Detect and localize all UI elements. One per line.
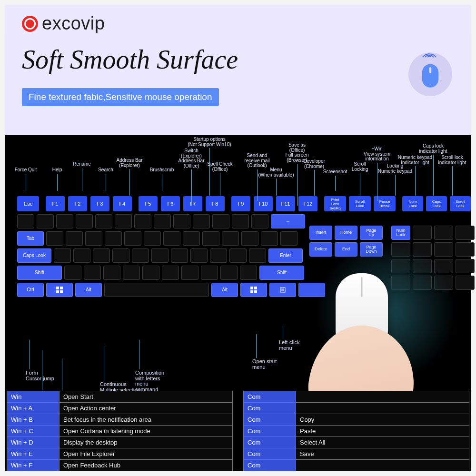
- shortcut-key: Win: [7, 391, 60, 403]
- shortcut-desc: Set focus in the notification area: [60, 414, 233, 426]
- mouse-badge: [408, 52, 452, 96]
- key-num-lock: Num Lock: [402, 196, 423, 211]
- key-insert: Insert: [309, 226, 332, 240]
- svg-rect-5: [60, 290, 63, 293]
- key-numpad: [456, 242, 475, 257]
- key-blank: [241, 231, 258, 246]
- shortcut-desc: Display the desktop: [60, 437, 233, 448]
- key-f4: F4: [113, 196, 132, 211]
- key-blank: [261, 231, 278, 246]
- key-f3: F3: [90, 196, 109, 211]
- shortcut-key: Win + C: [7, 426, 60, 437]
- shortcut-desc: Open Cortana in listening mode: [60, 426, 233, 437]
- key-backspace: ←: [271, 214, 305, 228]
- key-menu: [269, 283, 296, 297]
- key-alt-left: Alt: [75, 283, 102, 297]
- key-blank: [212, 214, 229, 228]
- key-print: Print Scrn SysRq: [324, 196, 346, 211]
- wireless-icon: [420, 50, 441, 78]
- svg-rect-8: [250, 290, 253, 293]
- glow: [309, 235, 462, 387]
- key-f2: F2: [68, 196, 87, 211]
- key-alt-right: Alt: [211, 283, 238, 297]
- key-space: [104, 283, 209, 297]
- annotation-bottom: Left-click menu: [279, 325, 299, 351]
- key-scroll-lock: Scroll Lock: [450, 196, 471, 211]
- keyboard-panel: Force QuitHelpRenameSearchAddress Bar (E…: [5, 135, 471, 471]
- key-caps-lock: Caps Lock: [426, 196, 447, 211]
- key-blank: [93, 248, 110, 263]
- annotation-bottom: Composition with letters menu command: [135, 340, 164, 392]
- shortcut-desc: Open Action center: [60, 403, 233, 414]
- key-blank: [201, 266, 218, 280]
- key-tab: Tab: [17, 231, 44, 246]
- key-numpad: [413, 226, 432, 240]
- key-blank: [103, 266, 120, 280]
- key-blank: [142, 266, 159, 280]
- shortcut-key: Com: [244, 448, 296, 460]
- key-blank: [202, 231, 219, 246]
- svg-rect-3: [60, 287, 63, 289]
- key-blank: [66, 231, 83, 246]
- key-esc: Esc: [17, 196, 39, 211]
- annotation-top: Scroll lock indicator light: [429, 155, 475, 196]
- shortcut-desc: [296, 403, 469, 414]
- key-numpad: [456, 259, 475, 273]
- key-blank: [54, 248, 71, 263]
- key-blank: [240, 266, 257, 280]
- header: excovip Soft Smooth Surface Fine texture…: [5, 5, 471, 135]
- key-blank: [173, 214, 190, 228]
- key-blank: [46, 231, 63, 246]
- key-blank: [232, 214, 249, 228]
- svg-rect-4: [56, 290, 59, 293]
- key-blank: [144, 231, 161, 246]
- key-blank: [105, 231, 122, 246]
- shortcut-desc: Select All: [296, 437, 469, 448]
- shortcut-tables: WinOpen StartWin + AOpen Action centerWi…: [7, 391, 469, 471]
- key-blank: [229, 248, 247, 263]
- annotation-bottom: Open start menu: [252, 334, 277, 370]
- shortcut-desc: [296, 460, 469, 471]
- key-blank: [123, 266, 140, 280]
- key-blank: [183, 231, 200, 246]
- key-blank: [85, 231, 102, 246]
- svg-rect-6: [250, 287, 253, 289]
- key-numpad: [434, 242, 453, 257]
- key-numpad: [456, 276, 475, 290]
- key-capslock: Caps Look: [17, 248, 51, 263]
- key-f1: F1: [46, 196, 65, 211]
- shortcut-key: Com: [244, 460, 296, 471]
- key-blank: [193, 214, 210, 228]
- shortcut-desc: Copy: [296, 414, 469, 426]
- shortcut-key: Com: [244, 391, 296, 403]
- key-blank: [251, 214, 268, 228]
- key-blank: [95, 214, 112, 228]
- key-blank: [76, 214, 93, 228]
- key-blank: [73, 248, 90, 263]
- key-blank: [124, 231, 141, 246]
- shortcut-desc: Paste: [296, 426, 469, 437]
- key-blank: [84, 266, 101, 280]
- shortcut-table-left: WinOpen StartWin + AOpen Action centerWi…: [7, 391, 233, 471]
- key-home: Home: [335, 226, 357, 240]
- key-blank: [162, 266, 179, 280]
- key-shift-left: Shift: [17, 266, 62, 280]
- key-blank: [163, 231, 180, 246]
- svg-rect-7: [254, 287, 257, 289]
- shortcut-key: Win + E: [7, 448, 60, 460]
- key-f5: F5: [139, 196, 158, 211]
- key-numpad: [456, 226, 475, 240]
- key-blank: [154, 214, 171, 228]
- shortcut-key: Com: [244, 426, 296, 437]
- key-blank: [181, 266, 198, 280]
- shortcut-key: Win + D: [7, 437, 60, 448]
- key-blank: [210, 248, 227, 263]
- brand: excovip: [22, 13, 454, 34]
- key-shift-right: Shift: [259, 266, 304, 280]
- brand-name: excovip: [42, 13, 105, 34]
- key-blank: [222, 231, 239, 246]
- key-blank: [134, 214, 151, 228]
- shortcut-key: Win + A: [7, 403, 60, 414]
- shortcut-key: Com: [244, 414, 296, 426]
- shortcut-key: Win + B: [7, 414, 60, 426]
